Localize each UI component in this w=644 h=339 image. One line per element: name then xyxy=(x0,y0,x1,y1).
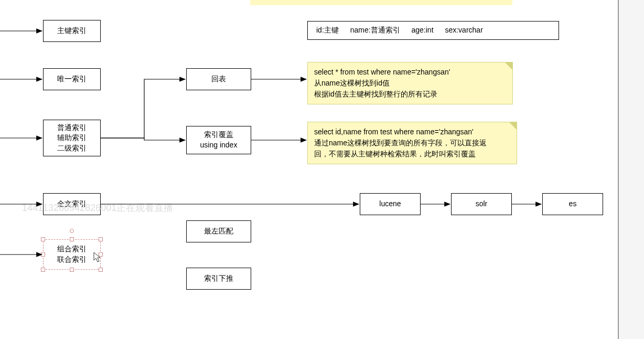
resize-handle-w[interactable] xyxy=(41,252,45,257)
note-back-to-table[interactable]: select * from test where name='zhangsan'… xyxy=(307,62,513,104)
label: 回表 xyxy=(211,74,226,84)
box-index-covering[interactable]: 索引覆盖 using index xyxy=(186,126,251,154)
label: 组合索引 联合索引 xyxy=(57,244,87,264)
box-lucene[interactable]: lucene xyxy=(360,193,421,215)
schema-id: id:主键 xyxy=(316,26,339,34)
resize-handle-n[interactable] xyxy=(70,237,74,241)
schema-age: age:int xyxy=(412,26,434,34)
box-primary-index[interactable]: 主键索引 xyxy=(43,20,101,42)
box-unique-index[interactable]: 唯一索引 xyxy=(43,68,101,90)
label: 唯一索引 xyxy=(57,74,87,84)
box-es[interactable]: es xyxy=(542,193,603,215)
schema-box[interactable]: id:主键 name:普通索引 age:int sex:varchar xyxy=(307,21,559,40)
label: 索引下推 xyxy=(204,273,233,284)
label: 普通索引 辅助索引 二级索引 xyxy=(57,123,87,154)
note-line: 通过name这棵树找到要查询的所有字段，可以直接返 xyxy=(314,137,510,149)
box-leftmost-match[interactable]: 最左匹配 xyxy=(186,220,251,242)
diagram-canvas: 主键索引 唯一索引 普通索引 辅助索引 二级索引 全文索引 组合索引 联合索引 … xyxy=(0,0,619,339)
resize-handle-s[interactable] xyxy=(70,268,74,272)
note-index-covering[interactable]: select id,name from test where name='zha… xyxy=(307,122,517,164)
note-line: 回，不需要从主键树种检索结果，此时叫索引覆盖 xyxy=(314,149,510,160)
resize-handle-nw[interactable] xyxy=(41,237,45,241)
connectors xyxy=(0,0,619,339)
note-line: 从name这棵树找到id值 xyxy=(314,78,506,89)
box-back-to-table[interactable]: 回表 xyxy=(186,68,251,90)
rotate-handle[interactable] xyxy=(70,229,74,233)
label: 索引覆盖 using index xyxy=(200,130,238,150)
note-line: 根据id值去主键树找到整行的所有记录 xyxy=(314,89,506,100)
label: lucene xyxy=(379,199,401,209)
resize-handle-sw[interactable] xyxy=(41,268,45,272)
box-composite-index-selected[interactable]: 组合索引 联合索引 xyxy=(43,239,101,270)
schema-name: name:普通索引 xyxy=(350,26,400,34)
box-secondary-index[interactable]: 普通索引 辅助索引 二级索引 xyxy=(43,120,101,156)
box-index-pushdown[interactable]: 索引下推 xyxy=(186,268,251,290)
resize-handle-e[interactable] xyxy=(99,252,103,257)
schema-sex: sex:varchar xyxy=(445,26,482,34)
label: 全文索引 xyxy=(57,199,87,209)
note-line: select * from test where name='zhangsan' xyxy=(314,67,506,78)
box-solr[interactable]: solr xyxy=(451,193,512,215)
resize-handle-ne[interactable] xyxy=(99,237,103,241)
note-line: select id,name from test where name='zha… xyxy=(314,126,510,137)
label: solr xyxy=(476,199,488,209)
box-fulltext-index[interactable]: 全文索引 xyxy=(43,193,101,215)
label: es xyxy=(569,199,577,209)
note-partial-top xyxy=(250,0,512,5)
resize-handle-se[interactable] xyxy=(99,268,103,272)
label: 最左匹配 xyxy=(204,226,233,237)
label: 主键索引 xyxy=(57,26,87,36)
